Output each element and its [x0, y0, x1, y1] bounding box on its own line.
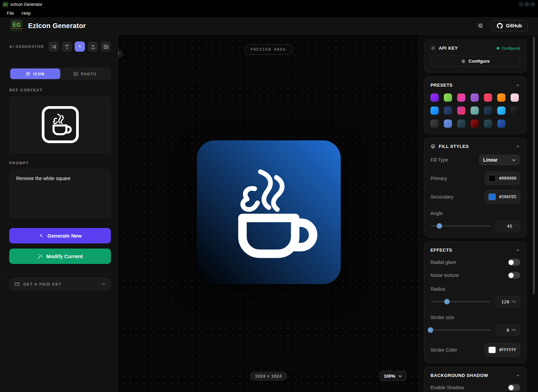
close-button[interactable] — [530, 2, 535, 7]
primary-color-picker[interactable]: #000000 — [485, 172, 520, 185]
preset-swatch[interactable] — [457, 119, 465, 128]
secondary-color-label: Secondary — [430, 194, 453, 200]
text-tool-button[interactable] — [62, 41, 72, 52]
minimize-button[interactable] — [518, 2, 524, 7]
menubar: File Help — [0, 9, 538, 17]
preview-canvas[interactable]: PREVIEW AREA 1024 × 1024 100% — [118, 35, 418, 392]
generated-icon[interactable] — [197, 140, 341, 284]
preset-swatch[interactable] — [430, 93, 439, 102]
preset-swatch[interactable] — [471, 106, 479, 115]
palette-icon — [26, 72, 30, 76]
status-dot-icon — [497, 47, 499, 50]
preset-swatch[interactable] — [471, 119, 479, 128]
preset-swatch[interactable] — [484, 93, 492, 102]
preset-swatch[interactable] — [511, 106, 519, 115]
image-tool-button[interactable] — [101, 41, 111, 52]
preset-swatch[interactable] — [484, 106, 492, 115]
stroke-size-slider-thumb[interactable] — [428, 327, 433, 333]
ref-context-preview[interactable] — [9, 96, 111, 153]
tab-photo-label: PHOTO — [81, 72, 97, 76]
ai-sparkles-tool-button[interactable] — [75, 41, 85, 52]
stroke-color-picker[interactable]: #FFFFFF — [485, 343, 520, 357]
sidebar-section-label: AI GENERATOR — [9, 45, 44, 49]
zoom-level-value: 100% — [384, 374, 395, 379]
presets-title: PRESETS — [430, 83, 453, 88]
canvas-size-badge: 1024 × 1024 — [249, 371, 287, 381]
radius-slider-thumb[interactable] — [444, 299, 450, 304]
configure-button-label: Configure — [468, 59, 489, 64]
preset-swatch[interactable] — [457, 93, 465, 102]
enable-shadow-toggle[interactable] — [508, 384, 520, 391]
stroke-color-label: Stroke Color — [430, 347, 457, 353]
prompt-label: PROMPT — [9, 161, 111, 165]
preset-swatch[interactable] — [444, 119, 452, 128]
generate-new-label: Generate New — [47, 233, 82, 239]
chevron-left-icon — [118, 51, 120, 55]
secondary-color-value: #206FD5 — [499, 194, 516, 199]
radial-glare-toggle[interactable] — [508, 259, 520, 266]
stroke-color-swatch — [488, 346, 496, 353]
github-icon — [497, 23, 503, 29]
effects-title: EFFECTS — [430, 248, 452, 253]
stroke-size-value-box[interactable]: 0 PX — [496, 325, 520, 336]
shuffle-tool-button[interactable] — [49, 41, 59, 52]
text-tool-icon — [64, 44, 70, 49]
modify-current-button[interactable]: Modify Current — [9, 249, 111, 264]
api-key-card: API KEY Configured Configure — [424, 39, 527, 73]
preset-swatch[interactable] — [471, 93, 479, 102]
angle-slider[interactable] — [430, 225, 491, 227]
app-window: EG ezIcon Generator File Help EG ezIcon … — [0, 0, 538, 392]
menu-help[interactable]: Help — [18, 10, 34, 16]
theme-toggle-button[interactable] — [477, 23, 484, 29]
configure-button[interactable]: Configure — [430, 56, 520, 66]
preset-swatch[interactable] — [511, 93, 519, 102]
app-logo-icon: EG — [3, 2, 8, 7]
radius-slider[interactable] — [430, 301, 491, 302]
fill-styles-title: FILL STYLES — [439, 144, 469, 149]
noise-texture-toggle[interactable] — [508, 272, 520, 279]
generate-new-button[interactable]: Generate New — [9, 228, 111, 243]
preset-swatch[interactable] — [484, 119, 492, 128]
panel-scrollbar[interactable] — [533, 37, 535, 294]
menu-file[interactable]: File — [3, 10, 17, 16]
sidebar: AI GENERATOR — [0, 35, 118, 392]
preset-swatch[interactable] — [444, 106, 452, 115]
sidebar-collapse-button[interactable] — [118, 49, 123, 58]
preset-swatch[interactable] — [430, 106, 439, 115]
secondary-color-picker[interactable]: #206FD5 — [485, 190, 520, 204]
tab-icon[interactable]: ICON — [10, 68, 60, 79]
preset-swatch[interactable] — [497, 106, 505, 115]
angle-slider-thumb[interactable] — [437, 223, 442, 229]
gear-icon — [430, 46, 436, 51]
titlebar: EG ezIcon Generator — [0, 0, 538, 9]
preset-swatch[interactable] — [457, 106, 465, 115]
sparkles-icon — [38, 233, 44, 239]
preset-swatch[interactable] — [444, 93, 452, 102]
preset-swatch[interactable] — [497, 93, 505, 102]
chevron-down-icon — [101, 282, 106, 287]
fill-type-select[interactable]: Linear — [479, 154, 520, 165]
titlebar-app-title: ezIcon Generator — [11, 2, 42, 7]
maximize-button[interactable] — [524, 2, 529, 7]
radius-label: Radius — [430, 286, 520, 292]
preset-swatch[interactable] — [430, 119, 439, 128]
zoom-level-dropdown[interactable]: 100% — [379, 371, 407, 381]
radius-value-box[interactable]: 128 PX — [496, 296, 520, 307]
tool-buttons — [49, 41, 111, 52]
background-shadow-title: BACKGROUND SHADOW — [430, 373, 488, 378]
preset-grid — [430, 93, 520, 128]
upload-tool-button[interactable] — [88, 41, 98, 52]
chevron-up-icon — [515, 144, 520, 149]
github-button-label: GitHub — [506, 23, 522, 28]
presets-card: PRESETS — [424, 76, 527, 134]
noise-texture-label: Noise texture — [430, 273, 459, 278]
radius-unit: PX — [512, 300, 516, 303]
stroke-size-slider[interactable] — [430, 329, 491, 331]
github-button[interactable]: GitHub — [491, 20, 528, 31]
preset-swatch[interactable] — [497, 119, 505, 128]
stroke-size-unit: PX — [512, 328, 516, 332]
tab-photo[interactable]: PHOTO — [60, 68, 110, 79]
angle-value-box[interactable]: 45 ° — [496, 220, 520, 231]
prompt-input[interactable]: Remove the white square — [9, 169, 111, 218]
get-paid-key-expander[interactable]: GET A PAID KEY — [9, 278, 111, 291]
